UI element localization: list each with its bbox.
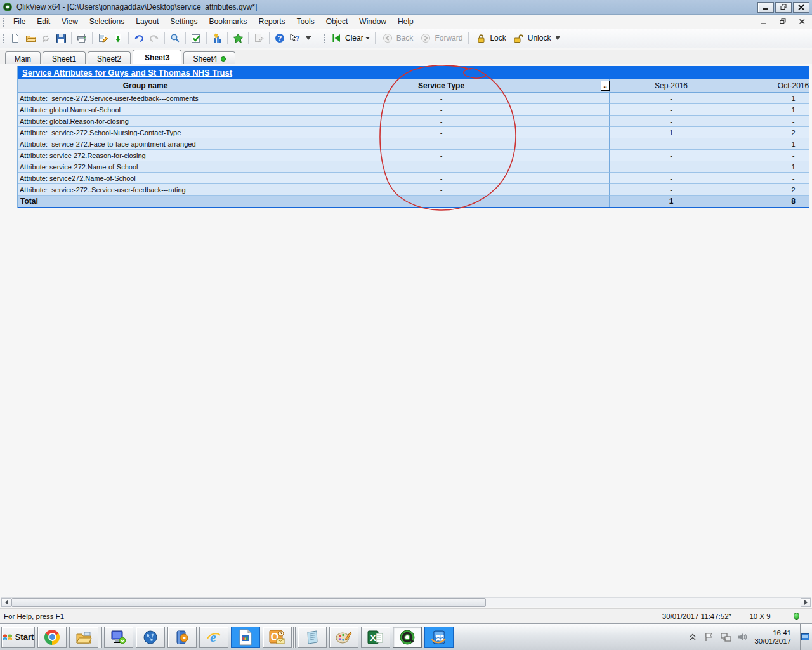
search-icon[interactable] <box>167 31 183 45</box>
menu-object[interactable]: Object <box>320 15 354 28</box>
cell-group-name[interactable]: Attribute: service272.Name-of-School <box>18 173 273 184</box>
show-desktop-button[interactable] <box>800 624 809 650</box>
menu-selections[interactable]: Selections <box>84 15 130 28</box>
cell-oct-2016[interactable]: 2 <box>733 184 809 196</box>
taskbar-notepad-button[interactable] <box>298 627 327 648</box>
cell-sep-2016[interactable]: - <box>610 161 733 173</box>
add-bookmark-icon[interactable] <box>230 31 246 45</box>
taskbar-explorer-button[interactable] <box>69 627 98 648</box>
new-document-icon[interactable] <box>8 31 23 45</box>
cell-sep-2016[interactable]: - <box>610 150 733 161</box>
tab-sheet1[interactable]: Sheet1 <box>43 51 86 64</box>
back-button[interactable]: Back <box>380 31 415 45</box>
cell-oct-2016[interactable]: 1 <box>733 138 809 150</box>
scrollbar-thumb[interactable] <box>11 598 486 607</box>
pivot-table-caption[interactable]: Service Attributes for Guys and St Thoma… <box>18 66 809 79</box>
minimize-button[interactable] <box>757 2 774 13</box>
volume-icon[interactable] <box>737 632 748 643</box>
menu-file[interactable]: File <box>8 15 31 28</box>
menu-layout[interactable]: Layout <box>130 15 164 28</box>
mdi-close-button[interactable] <box>797 17 807 26</box>
column-header-group-name[interactable]: Group name <box>18 79 273 93</box>
taskbar-outlook-button[interactable]: O <box>263 627 292 648</box>
horizontal-scrollbar[interactable] <box>1 597 811 607</box>
taskbar-remote-desktop-button[interactable] <box>104 627 133 648</box>
scroll-left-arrow[interactable] <box>1 598 11 607</box>
cell-oct-2016[interactable]: 2 <box>733 127 809 138</box>
start-button[interactable]: Start <box>1 627 35 648</box>
cell-service-type[interactable]: - <box>273 116 610 127</box>
edit-notes-icon[interactable] <box>251 31 266 45</box>
cell-oct-2016[interactable]: - <box>733 150 809 161</box>
taskbar-network-tool-button[interactable] <box>136 627 165 648</box>
unlock-button[interactable]: Unlock <box>511 31 553 45</box>
cell-oct-2016[interactable]: 1 <box>733 93 809 104</box>
network-icon[interactable] <box>720 632 731 643</box>
menu-settings[interactable]: Settings <box>164 15 203 28</box>
taskbar-qlikview-document-button[interactable] <box>231 627 260 648</box>
tab-sheet4[interactable]: Sheet4 <box>183 51 235 64</box>
cell-service-type[interactable]: - <box>273 138 610 150</box>
open-file-icon[interactable] <box>23 31 38 45</box>
cell-group-name[interactable]: Attribute: service-272.Face-to-face-apoi… <box>18 138 273 150</box>
menu-help[interactable]: Help <box>392 15 419 28</box>
cell-oct-2016[interactable]: 1 <box>733 104 809 116</box>
cell-service-type[interactable]: - <box>273 173 610 184</box>
cell-service-type[interactable]: - <box>273 93 610 104</box>
taskbar-windows-app-button[interactable] <box>424 627 454 648</box>
print-icon[interactable] <box>74 31 89 45</box>
cell-group-name[interactable]: Attribute: global.Name-of-School <box>18 104 273 116</box>
total-sep-2016[interactable]: 1 <box>610 196 733 207</box>
tab-main[interactable]: Main <box>5 51 41 64</box>
cell-oct-2016[interactable]: 1 <box>733 161 809 173</box>
toolbar2-overflow-button[interactable] <box>553 31 562 45</box>
cell-group-name[interactable]: Attribute: service 272.Reason-for-closin… <box>18 150 273 161</box>
cell-sep-2016[interactable]: 1 <box>610 127 733 138</box>
taskbar-excel-button[interactable]: X <box>361 627 390 648</box>
menu-window[interactable]: Window <box>353 15 392 28</box>
menu-edit[interactable]: Edit <box>31 15 56 28</box>
hidden-icons-chevron[interactable] <box>687 632 698 643</box>
taskbar-paint-button[interactable] <box>329 627 358 648</box>
column-options-button[interactable]: .. <box>601 81 610 91</box>
cell-service-type[interactable]: - <box>273 104 610 116</box>
cell-sep-2016[interactable]: - <box>610 138 733 150</box>
reload-data-icon[interactable] <box>110 31 126 45</box>
tray-clock[interactable]: 16:41 30/01/2017 <box>753 629 795 646</box>
forward-button[interactable]: Forward <box>418 31 464 45</box>
cell-group-name[interactable]: Attribute: service-272..Service-user-fee… <box>18 184 273 196</box>
scroll-right-arrow[interactable] <box>801 598 811 607</box>
menu-tools[interactable]: Tools <box>291 15 320 28</box>
menu-reports[interactable]: Reports <box>253 15 291 28</box>
tab-sheet2[interactable]: Sheet2 <box>88 51 131 64</box>
whats-this-help-icon[interactable]: ? <box>287 31 303 45</box>
edit-script-icon[interactable] <box>95 31 110 45</box>
taskbar-qlikview-button[interactable] <box>393 627 422 648</box>
total-oct-2016[interactable]: 8 <box>733 196 809 207</box>
cell-group-name[interactable]: Attribute: global.Reason-for-closing <box>18 116 273 127</box>
menu-view[interactable]: View <box>56 15 84 28</box>
cell-group-name[interactable]: Attribute: service-272.Service-user-feed… <box>18 93 273 104</box>
refresh-icon[interactable] <box>38 31 53 45</box>
cell-sep-2016[interactable]: - <box>610 184 733 196</box>
total-service-type[interactable] <box>273 196 610 207</box>
cell-service-type[interactable]: - <box>273 150 610 161</box>
taskbar-internet-explorer-button[interactable]: e <box>199 627 228 648</box>
cell-group-name[interactable]: Attribute: service-272.School-Nursing-Co… <box>18 127 273 138</box>
cell-service-type[interactable]: - <box>273 184 610 196</box>
column-header-service-type[interactable]: Service Type <box>273 79 610 93</box>
current-selections-icon[interactable] <box>188 31 204 45</box>
cell-sep-2016[interactable]: - <box>610 104 733 116</box>
restore-button[interactable] <box>775 2 792 13</box>
mdi-restore-button[interactable] <box>778 17 788 26</box>
clear-button[interactable]: Clear <box>329 31 370 45</box>
taskbar-chrome-button[interactable] <box>37 627 67 648</box>
column-header-oct-2016[interactable]: Oct-2016 <box>733 79 809 93</box>
cell-group-name[interactable]: Attribute: service-272.Name-of-School <box>18 161 273 173</box>
quick-chart-wizard-icon[interactable] <box>209 31 225 45</box>
cell-oct-2016[interactable]: - <box>733 116 809 127</box>
cell-oct-2016[interactable]: - <box>733 173 809 184</box>
taskbar-media-player-button[interactable] <box>167 627 197 648</box>
undo-icon[interactable] <box>131 31 147 45</box>
help-icon[interactable]: ? <box>272 31 287 45</box>
